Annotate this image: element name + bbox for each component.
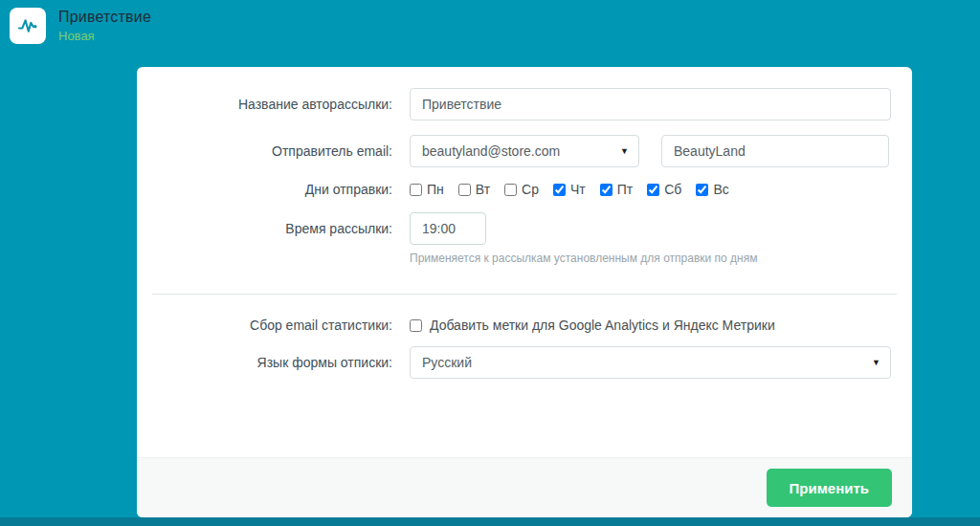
card-footer: Применить [137, 457, 912, 517]
unsubscribe-language-value: Русский [422, 355, 472, 370]
autoresponder-settings-card: Название авторассылки: Отправитель email… [137, 67, 912, 517]
app-header: Приветствие Новая [10, 8, 151, 44]
sender-email-select[interactable]: beautyland@store.com ▼ [410, 135, 639, 167]
send-time-row: Время рассылки: Применяется к рассылкам … [137, 212, 912, 265]
activity-pulse-icon [10, 8, 46, 44]
page-title: Приветствие [58, 9, 151, 26]
day-checkbox-fri[interactable]: Пт [600, 182, 633, 197]
day-checkbox-sun-input[interactable] [696, 184, 708, 196]
unsubscribe-language-row: Язык формы отписки: Русский ▼ [137, 346, 912, 379]
day-checkbox-thu-input[interactable] [553, 184, 566, 196]
unsubscribe-language-select[interactable]: Русский ▼ [410, 346, 891, 379]
bottom-bar [0, 517, 980, 526]
analytics-tags-checkbox[interactable]: Добавить метки для Google Analytics и Ян… [410, 318, 775, 333]
day-checkbox-sat[interactable]: Сб [647, 182, 681, 197]
unsubscribe-language-label: Язык формы отписки: [137, 355, 410, 370]
name-row: Название авторассылки: [137, 88, 912, 121]
day-checkbox-mon-input[interactable] [410, 184, 422, 196]
email-stats-label: Сбор email статистики: [137, 318, 410, 333]
sender-label: Отправитель email: [137, 143, 410, 159]
sender-name-input[interactable] [661, 135, 889, 167]
autoresponder-name-input[interactable] [410, 88, 891, 121]
sender-row: Отправитель email: beautyland@store.com … [137, 135, 912, 167]
chevron-down-icon: ▼ [620, 146, 629, 156]
send-days-label: Дни отправки: [137, 182, 410, 197]
send-time-input[interactable] [410, 212, 486, 245]
page-subtitle: Новая [58, 29, 151, 43]
day-checkbox-tue[interactable]: Вт [458, 182, 490, 197]
day-checkbox-fri-input[interactable] [600, 184, 612, 196]
day-checkbox-thu[interactable]: Чт [553, 182, 586, 197]
send-days-row: Дни отправки: Пн Вт Ср Чт [137, 182, 912, 197]
section-divider [152, 294, 897, 295]
day-checkbox-tue-input[interactable] [458, 184, 471, 196]
day-checkbox-sun[interactable]: Вс [696, 182, 728, 197]
analytics-tags-checkbox-input[interactable] [410, 319, 422, 332]
day-checkbox-sat-input[interactable] [647, 184, 659, 196]
send-time-hint: Применяется к рассылкам установленным дл… [410, 252, 757, 265]
day-checkbox-wed-input[interactable] [504, 184, 517, 196]
name-label: Название авторассылки: [137, 97, 410, 112]
chevron-down-icon: ▼ [872, 358, 880, 367]
sender-email-value: beautyland@store.com [422, 143, 560, 159]
day-checkbox-wed[interactable]: Ср [504, 182, 539, 197]
day-checkbox-mon[interactable]: Пн [410, 182, 444, 197]
apply-button[interactable]: Применить [767, 469, 892, 507]
send-time-label: Время рассылки: [137, 212, 410, 245]
email-stats-row: Сбор email статистики: Добавить метки дл… [137, 318, 912, 333]
